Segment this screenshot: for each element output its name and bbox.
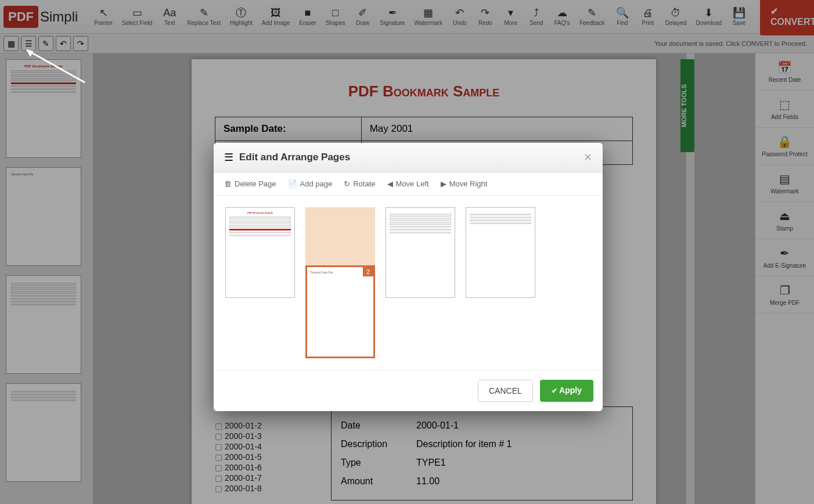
cancel-button[interactable]: CANCEL xyxy=(478,380,533,402)
apply-button[interactable]: Apply xyxy=(540,380,593,402)
modal-page-thumb[interactable] xyxy=(466,207,535,298)
edit-arrange-modal: ☰ Edit and Arrange Pages ✕ 🗑Delete Page📄… xyxy=(214,143,603,411)
modal-add-page-button[interactable]: 📄Add page xyxy=(288,179,333,188)
modal-title: Edit and Arrange Pages xyxy=(239,152,350,163)
modal-toolbar: 🗑Delete Page📄Add page↻Rotate◀Move Left▶M… xyxy=(214,172,603,196)
modal-page-thumb[interactable] xyxy=(386,207,455,298)
modal-page-thumb[interactable]: PDF Bookmark Sample xyxy=(225,207,295,298)
modal-rotate-button[interactable]: ↻Rotate xyxy=(344,179,375,188)
modal-footer: CANCEL Apply xyxy=(214,370,603,411)
modal-header: ☰ Edit and Arrange Pages ✕ xyxy=(214,143,603,172)
close-icon[interactable]: ✕ xyxy=(584,151,592,164)
page-number-badge: 2 xyxy=(363,267,373,276)
modal-move-right-button[interactable]: ▶Move Right xyxy=(441,179,488,188)
modal-insert-slot[interactable]: 2 Sample Data File xyxy=(305,207,375,298)
modal-body: PDF Bookmark Sample 2 Sample Data File xyxy=(214,196,603,370)
modal-delete-page-button[interactable]: 🗑Delete Page xyxy=(224,179,276,188)
pages-icon: ☰ xyxy=(224,151,233,164)
modal-page-thumb-selected[interactable]: 2 Sample Data File xyxy=(305,265,375,358)
modal-move-left-button[interactable]: ◀Move Left xyxy=(387,179,429,188)
